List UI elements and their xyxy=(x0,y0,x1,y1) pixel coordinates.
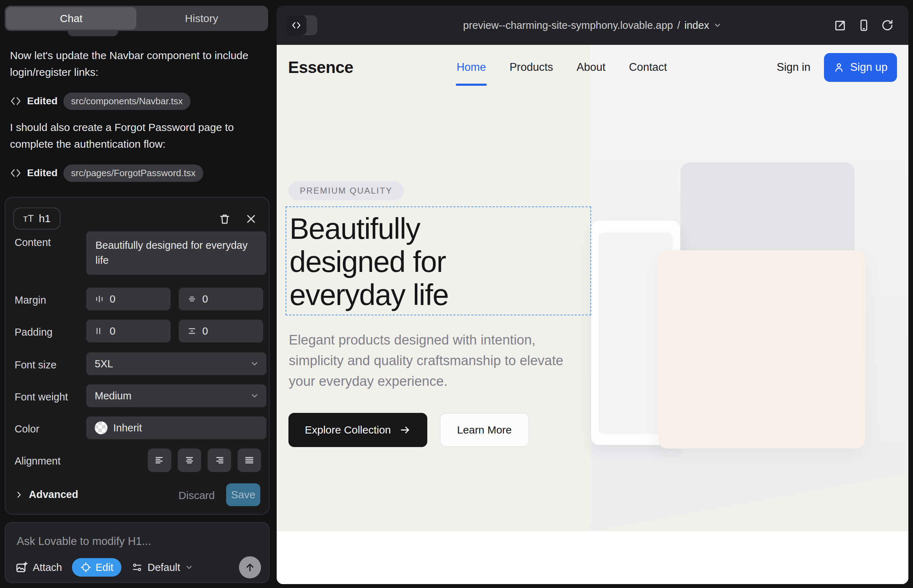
color-swatch-icon xyxy=(95,422,108,434)
content-label: Content xyxy=(15,237,51,249)
chat-message: I should also create a Forgot Password p… xyxy=(10,119,256,152)
sliders-icon xyxy=(131,562,143,573)
hero-cta-row: Explore Collection Learn More xyxy=(288,413,529,447)
element-selection-outline xyxy=(286,207,591,315)
file-chip[interactable]: src/pages/ForgotPassword.tsx xyxy=(63,165,204,182)
mobile-view-button[interactable] xyxy=(856,18,871,33)
attach-image-icon xyxy=(15,561,28,574)
code-icon xyxy=(10,95,21,107)
default-mode-dropdown[interactable]: Default xyxy=(131,562,193,573)
person-icon xyxy=(833,61,845,73)
advanced-toggle[interactable]: Advanced xyxy=(15,489,78,501)
premium-quality-badge: PREMIUM QUALITY xyxy=(288,181,404,200)
clipped-message-pill xyxy=(68,31,118,36)
chat-message: Now let's update the Navbar component to… xyxy=(10,47,256,81)
page-name: index xyxy=(685,19,709,31)
nav-link-contact[interactable]: Contact xyxy=(629,61,667,74)
composer-placeholder[interactable]: Ask Lovable to modify H1... xyxy=(17,535,151,548)
chevron-down-icon xyxy=(250,391,259,401)
file-chip[interactable]: src/components/Navbar.tsx xyxy=(63,92,191,110)
font-size-label: Font size xyxy=(15,359,57,371)
padding-label: Padding xyxy=(15,326,52,338)
padding-horizontal-icon xyxy=(95,326,104,336)
content-input[interactable]: Beautifully designed for everyday life xyxy=(86,231,266,275)
code-icon xyxy=(10,167,21,179)
external-link-icon xyxy=(834,18,847,32)
hero-graphic-card-cream xyxy=(659,250,865,449)
mobile-device-icon xyxy=(857,18,871,32)
site-navbar: Essence Home Products About Contact Sign… xyxy=(277,45,908,90)
text-element-icon: тT xyxy=(23,213,34,224)
chevron-down-icon xyxy=(250,359,259,368)
chevron-right-icon xyxy=(15,491,23,499)
composer-toolbar: Attach Edit Default xyxy=(15,558,261,577)
sign-in-link[interactable]: Sign in xyxy=(777,61,811,74)
align-left-icon xyxy=(154,455,165,465)
browser-topbar: preview--charming-site-symphony.lovable.… xyxy=(277,6,908,45)
color-select[interactable]: Inherit xyxy=(86,417,266,439)
sign-up-button[interactable]: Sign up xyxy=(824,53,897,82)
padding-y-input[interactable]: 0 xyxy=(179,320,263,342)
font-size-select[interactable]: 5XL xyxy=(86,352,266,375)
close-editor-button[interactable] xyxy=(244,212,258,226)
alignment-label: Alignment xyxy=(15,455,60,467)
align-right-icon xyxy=(214,455,225,465)
chat-composer[interactable]: Ask Lovable to modify H1... Attach Edit … xyxy=(5,522,270,583)
color-label: Color xyxy=(15,423,39,435)
learn-more-button[interactable]: Learn More xyxy=(440,413,529,447)
edited-file-row[interactable]: Edited src/components/Navbar.tsx xyxy=(10,92,191,110)
next-section xyxy=(277,531,908,584)
tab-history[interactable]: History xyxy=(136,7,267,29)
selected-element-pill[interactable]: тT h1 xyxy=(13,207,60,229)
margin-y-input[interactable]: 0 xyxy=(179,288,263,310)
site-logo[interactable]: Essence xyxy=(288,58,353,77)
align-center-button[interactable] xyxy=(178,449,201,472)
close-icon xyxy=(245,213,257,225)
font-weight-select[interactable]: Medium xyxy=(86,384,266,407)
chat-history-tabbar: Chat History xyxy=(5,6,268,31)
lovable-app: Chat History Now let's update the Navbar… xyxy=(0,0,913,588)
padding-x-input[interactable]: 0 xyxy=(86,320,170,342)
margin-horizontal-icon xyxy=(95,294,104,304)
align-center-icon xyxy=(184,455,195,465)
preview-url: preview--charming-site-symphony.lovable.… xyxy=(463,19,673,31)
refresh-button[interactable] xyxy=(880,18,895,33)
preview-site: Essence Home Products About Contact Sign… xyxy=(277,45,908,584)
hero-paragraph: Elegant products designed with intention… xyxy=(289,330,574,391)
edited-file-row[interactable]: Edited src/pages/ForgotPassword.tsx xyxy=(10,164,203,182)
align-justify-button[interactable] xyxy=(238,449,261,472)
edited-label: Edited xyxy=(27,167,58,179)
preview-browser-window: preview--charming-site-symphony.lovable.… xyxy=(277,6,908,584)
delete-element-button[interactable] xyxy=(218,212,232,226)
padding-vertical-icon xyxy=(187,326,197,336)
margin-vertical-icon xyxy=(187,294,197,304)
nav-link-home[interactable]: Home xyxy=(456,61,486,74)
chevron-down-icon xyxy=(185,563,193,572)
url-bar[interactable]: preview--charming-site-symphony.lovable.… xyxy=(277,6,908,45)
edited-label: Edited xyxy=(27,95,58,107)
site-nav: Home Products About Contact xyxy=(456,61,667,74)
align-left-button[interactable] xyxy=(148,449,171,472)
discard-button[interactable]: Discard xyxy=(178,489,215,501)
arrow-up-icon xyxy=(244,562,256,573)
save-button[interactable]: Save xyxy=(226,483,260,506)
nav-link-about[interactable]: About xyxy=(576,61,605,74)
tab-chat[interactable]: Chat xyxy=(6,7,136,29)
element-tag-label: h1 xyxy=(39,213,50,225)
element-editor-panel: тT h1 Content Beautifully designed for e… xyxy=(5,197,270,515)
refresh-icon xyxy=(881,18,894,32)
open-external-button[interactable] xyxy=(833,18,848,33)
margin-label: Margin xyxy=(15,294,46,306)
explore-collection-button[interactable]: Explore Collection xyxy=(288,413,427,447)
attach-button[interactable]: Attach xyxy=(15,561,62,574)
send-button[interactable] xyxy=(239,556,261,578)
edit-mode-button[interactable]: Edit xyxy=(72,558,121,577)
align-right-button[interactable] xyxy=(207,449,231,472)
arrow-right-icon xyxy=(400,424,411,436)
chevron-down-icon xyxy=(713,21,722,29)
align-justify-icon xyxy=(244,455,254,465)
trash-icon xyxy=(219,213,231,225)
margin-x-input[interactable]: 0 xyxy=(86,288,170,310)
font-weight-label: Font weight xyxy=(15,391,68,403)
nav-link-products[interactable]: Products xyxy=(510,61,553,74)
